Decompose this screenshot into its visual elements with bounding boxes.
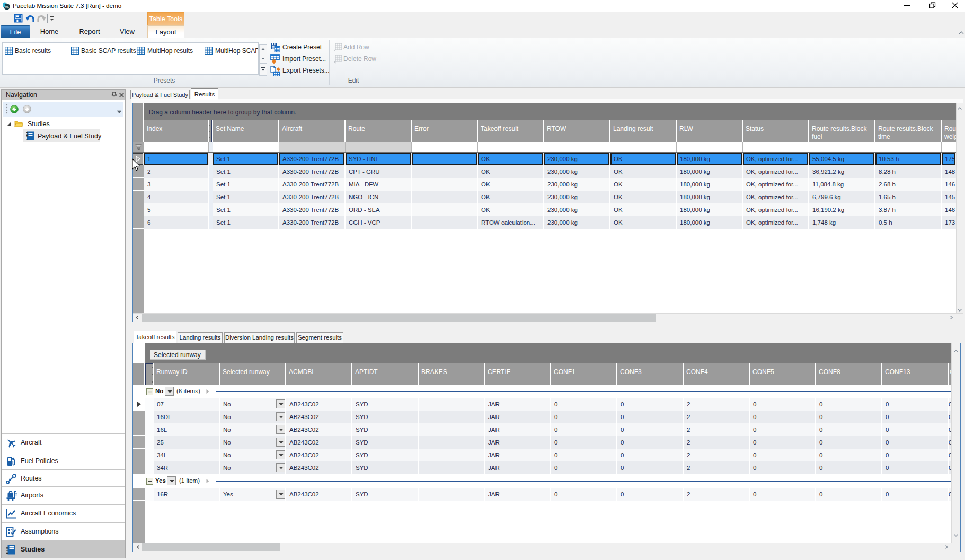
svg-text:MS: MS — [5, 5, 9, 8]
